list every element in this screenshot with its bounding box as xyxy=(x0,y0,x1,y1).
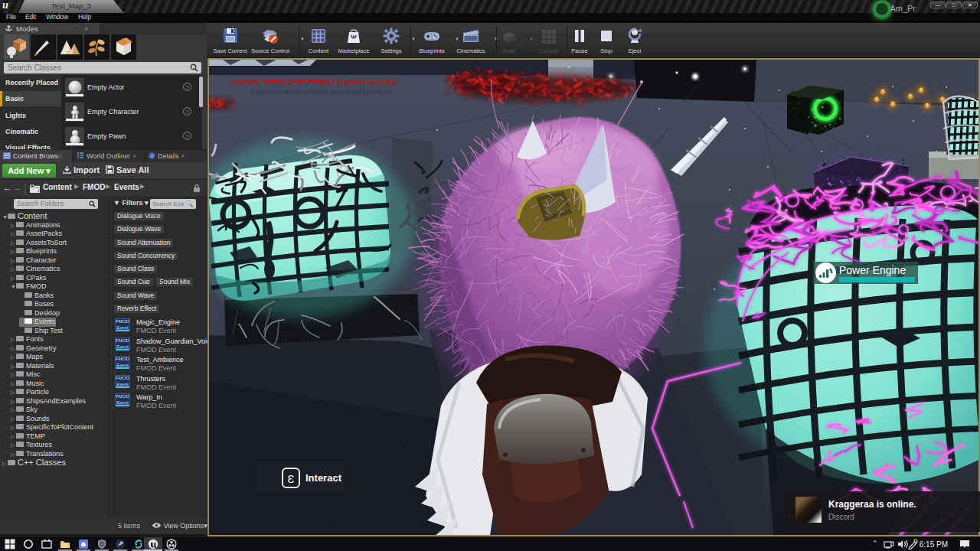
svg-text:i: i xyxy=(152,153,153,158)
